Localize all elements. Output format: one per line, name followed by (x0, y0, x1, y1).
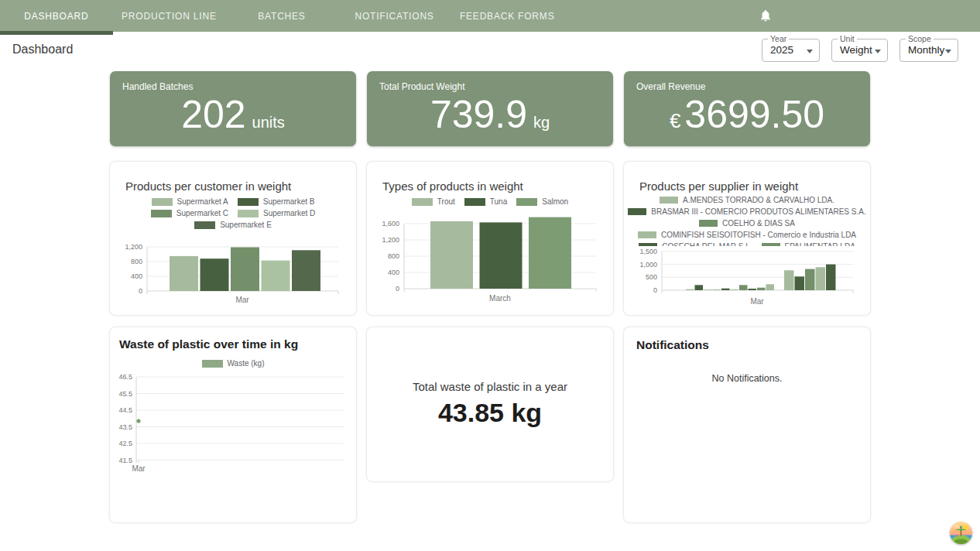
legend-item[interactable]: COMINFISH SEISOITOFISH - Comercio e Indu… (638, 231, 856, 239)
bar-chart-canvas[interactable]: 04008001,200Mar (110, 237, 355, 310)
legend-item[interactable]: Waste (kg) (202, 359, 265, 368)
legend-label: A.MENDES TORRADO & CARVALHO LDA. (683, 196, 834, 204)
svg-text:March: March (489, 294, 511, 303)
legend-label: Salmon (542, 197, 568, 206)
chart-legend: Waste (kg) (110, 359, 356, 371)
svg-text:43.5: 43.5 (118, 423, 132, 431)
legend-label: COMINFISH SEISOITOFISH - Comercio e Indu… (661, 231, 856, 239)
kpi-label: Overall Revenue (636, 81, 858, 92)
legend-item[interactable]: Supermarket E (194, 221, 272, 229)
scope-select[interactable]: Scope Monthly (899, 39, 958, 62)
summary-title: Total waste of plastic in a year (367, 327, 613, 393)
chart-title: Products per supplier in weight (639, 180, 798, 193)
svg-text:46.5: 46.5 (118, 373, 132, 381)
legend-swatch (194, 221, 215, 229)
svg-text:1,200: 1,200 (125, 243, 142, 251)
chart-legend: TroutTunaSalmon (367, 197, 613, 209)
legend-swatch (638, 231, 656, 238)
legend-label: Tuna (490, 197, 507, 206)
top-navbar: DASHBOARD PRODUCTION LINE BATCHES NOTIFI… (0, 0, 980, 32)
notifications-empty-text: No Notifications. (624, 327, 870, 384)
bell-icon[interactable] (759, 9, 773, 22)
legend-label: COSECHA DEL MAR S.L. (662, 242, 752, 246)
svg-text:800: 800 (388, 252, 399, 260)
legend-item[interactable]: COELHO & DIAS SA (699, 219, 795, 228)
legend-swatch (628, 208, 646, 215)
legend-label: Trout (437, 197, 455, 206)
svg-text:41.5: 41.5 (118, 457, 132, 464)
chart-title: Types of products in weight (382, 180, 523, 193)
svg-text:0: 0 (396, 285, 399, 293)
chevron-down-icon (945, 50, 951, 53)
notifications-card: Notifications No Notifications. (624, 327, 870, 522)
notifications-title: Notifications (636, 338, 709, 352)
kpi-label: Handled Batches (122, 81, 344, 92)
unit-select[interactable]: Unit Weight (831, 39, 888, 62)
kpi-value: 739.9 (430, 93, 527, 136)
legend-item[interactable]: Supermarket C (151, 209, 228, 217)
nav-tab-production-line[interactable]: PRODUCTION LINE (113, 0, 226, 32)
chevron-down-icon (875, 50, 881, 53)
year-select-label: Year (768, 34, 789, 43)
summary-value: 43.85 kg (367, 398, 613, 428)
legend-item[interactable]: Supermarket D (238, 209, 315, 217)
charts-row: Products per customer in weight Supermar… (110, 162, 870, 315)
tropical-island-icon[interactable] (950, 522, 972, 544)
legend-label: Supermarket B (263, 197, 315, 206)
legend-swatch (464, 198, 485, 206)
legend-swatch (151, 210, 172, 217)
chart-legend: Supermarket ASupermarket BSupermarket CS… (110, 197, 356, 232)
kpi-unit: units (252, 114, 285, 131)
svg-text:0: 0 (653, 286, 657, 294)
kpi-label: Total Product Weight (379, 81, 601, 92)
svg-text:0: 0 (139, 287, 142, 295)
legend-swatch (639, 243, 657, 246)
svg-text:45.5: 45.5 (118, 390, 132, 398)
legend-item[interactable]: BRASMAR III - COMERCIO PRODUTOS ALIMENTA… (628, 207, 865, 216)
bar-chart-canvas[interactable]: 05001,0001,500Mar (624, 247, 870, 310)
line-chart-canvas[interactable]: 46.545.544.543.542.541.5Mar (110, 371, 355, 487)
svg-text:400: 400 (131, 272, 142, 280)
kpi-unit: kg (533, 114, 550, 131)
nav-tab-feedback-forms[interactable]: FEEDBACK FORMS (451, 0, 564, 32)
legend-swatch (202, 360, 223, 368)
legend-swatch (516, 198, 537, 206)
svg-text:44.5: 44.5 (118, 406, 132, 414)
legend-item[interactable]: Trout (412, 197, 455, 206)
legend-swatch (152, 198, 173, 206)
svg-text:400: 400 (388, 269, 399, 276)
nav-tab-batches[interactable]: BATCHES (225, 0, 338, 32)
legend-label: Supermarket C (176, 209, 228, 217)
legend-label: Waste (kg) (228, 359, 265, 368)
legend-item[interactable]: Salmon (516, 197, 568, 206)
year-select[interactable]: Year 2025 (762, 39, 820, 62)
legend-item[interactable]: COSECHA DEL MAR S.L. (639, 242, 752, 246)
legend-item[interactable]: Supermarket B (238, 197, 315, 206)
svg-text:1,200: 1,200 (382, 236, 399, 244)
legend-item[interactable]: EPALIMENTAR LDA (762, 242, 855, 246)
legend-swatch (762, 243, 780, 246)
page-title: Dashboard (12, 43, 73, 56)
svg-text:1,600: 1,600 (382, 220, 399, 228)
svg-text:Mar: Mar (132, 464, 146, 473)
nav-tab-dashboard[interactable]: DASHBOARD (0, 0, 113, 32)
waste-over-time-chart-card: Waste of plastic over time in kg Waste (… (110, 327, 356, 522)
kpi-value: 3699.50 (684, 93, 824, 136)
bottom-row: Waste of plastic over time in kg Waste (… (110, 327, 870, 522)
legend-label: BRASMAR III - COMERCIO PRODUTOS ALIMENTA… (651, 207, 865, 216)
kpi-card-handled-batches: Handled Batches 202units (110, 71, 356, 146)
legend-item[interactable]: A.MENDES TORRADO & CARVALHO LDA. (660, 196, 834, 204)
bar-chart-canvas[interactable]: 04008001,2001,600March (367, 214, 613, 310)
legend-label: Supermarket A (177, 197, 228, 206)
nav-tab-notifications[interactable]: NOTIFICATIONS (338, 0, 451, 32)
legend-item[interactable]: Supermarket A (152, 197, 228, 206)
unit-select-label: Unit (838, 34, 857, 43)
svg-text:500: 500 (646, 273, 657, 281)
kpi-card-total-product-weight: Total Product Weight 739.9kg (367, 71, 613, 146)
total-waste-summary-card: Total waste of plastic in a year 43.85 k… (367, 327, 613, 481)
svg-text:1,000: 1,000 (639, 261, 657, 269)
kpi-currency: € (670, 109, 680, 132)
legend-swatch (238, 198, 259, 206)
svg-text:800: 800 (131, 258, 142, 265)
legend-item[interactable]: Tuna (464, 197, 507, 206)
